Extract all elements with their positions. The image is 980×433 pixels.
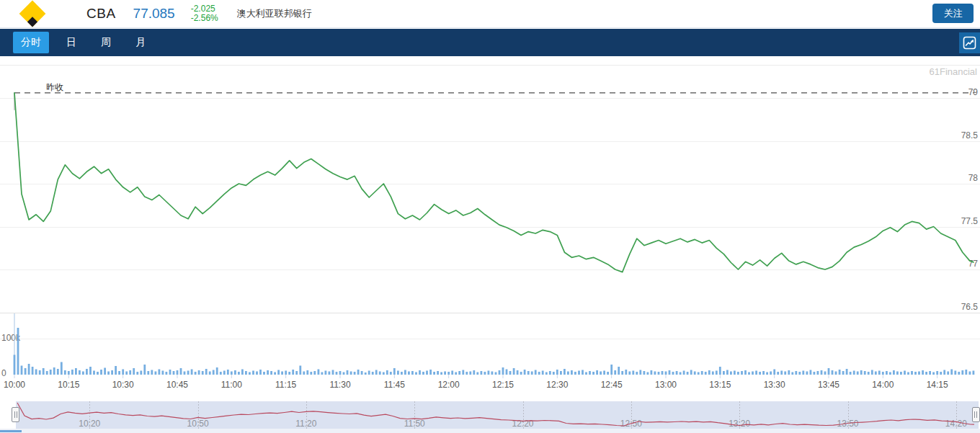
x-axis-label: 11:30 xyxy=(329,380,350,390)
stock-quote-page: { "header": { "symbol": "CBA", "price": … xyxy=(0,0,980,433)
chart-area: 61Financial 7978.57877.57776.5 昨收 100k 0… xyxy=(0,57,980,433)
last-price: 77.085 xyxy=(133,6,175,22)
x-axis-label: 12:00 xyxy=(438,380,460,390)
tab-daily[interactable]: 日 xyxy=(59,32,84,53)
x-axis-label: 11:45 xyxy=(384,380,405,390)
x-axis-label: 13:15 xyxy=(709,380,731,390)
x-axis-label: 11:00 xyxy=(221,380,242,390)
x-axis-label: 14:00 xyxy=(872,380,894,390)
trend-line-icon xyxy=(963,36,976,50)
tab-monthly[interactable]: 月 xyxy=(128,32,153,53)
x-axis-label: 10:00 xyxy=(4,380,25,390)
follow-button[interactable]: 关注 xyxy=(932,4,974,23)
x-axis-label: 10:30 xyxy=(112,380,134,390)
period-toolbar: 分时 日 周 月 xyxy=(0,29,980,56)
x-axis-label: 13:00 xyxy=(655,380,677,390)
quote-header: CBA 77.085 -2.025 -2.56% 澳大利亚联邦银行 关注 xyxy=(0,0,980,28)
bottom-strip xyxy=(0,429,980,433)
x-axis-label: 12:45 xyxy=(601,380,623,390)
navigator-right-handle[interactable] xyxy=(972,407,980,422)
chart-type-button[interactable] xyxy=(959,32,980,53)
tab-intraday[interactable]: 分时 xyxy=(13,32,49,53)
ticker-symbol: CBA xyxy=(86,6,116,22)
x-axis-label: 11:15 xyxy=(275,380,296,390)
x-axis-label: 13:30 xyxy=(764,380,785,390)
scrollbar-nub[interactable] xyxy=(0,430,22,432)
change-percent: -2.56% xyxy=(191,14,218,23)
x-axis-label: 14:15 xyxy=(927,380,948,390)
commbank-logo-icon xyxy=(19,0,46,27)
navigator-overview-chart xyxy=(0,401,980,429)
x-axis-label: 12:15 xyxy=(492,380,514,390)
x-axis-label: 13:45 xyxy=(818,380,839,390)
x-axis-label: 12:30 xyxy=(546,380,568,390)
navigator-track[interactable]: 10:2010:5011:2011:5012:2012:5013:2013:50… xyxy=(0,401,980,429)
price-volume-chart[interactable] xyxy=(0,57,980,433)
x-axis-label: 10:15 xyxy=(58,380,79,390)
navigator-left-handle[interactable] xyxy=(12,407,19,422)
change-block: -2.025 -2.56% xyxy=(191,4,218,23)
x-axis-label: 10:45 xyxy=(166,380,188,390)
company-name: 澳大利亚联邦银行 xyxy=(237,7,312,20)
tab-weekly[interactable]: 周 xyxy=(94,32,118,53)
